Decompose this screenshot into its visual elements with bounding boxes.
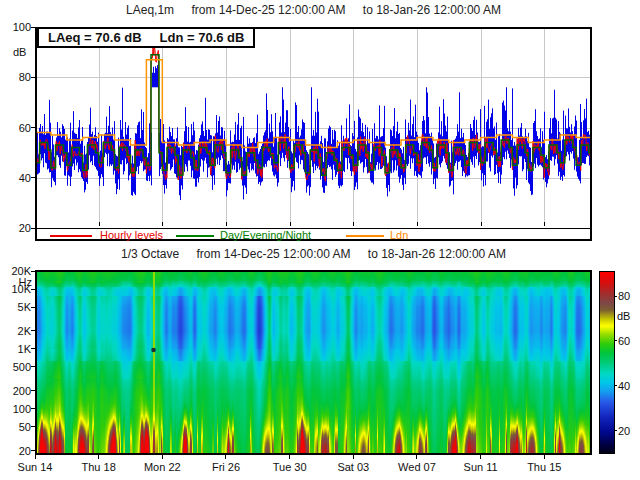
db-tick-label: 20 [0, 222, 31, 234]
db-tick-label: 100 [0, 21, 31, 33]
freq-tick-mark [31, 390, 35, 391]
hourly-chart-from: from 14-Dec-25 12:00:00 AM [191, 3, 345, 17]
spectrogram-canvas[interactable] [37, 272, 590, 453]
freq-tick-label: 50 [0, 421, 31, 433]
freq-tick-label: 100 [0, 403, 31, 415]
db-tick-mark [31, 27, 35, 28]
hourly-chart-title: LAeq,1m from 14-Dec-25 12:00:00 AM to 18… [35, 3, 592, 17]
date-tick-label: Tue 30 [260, 461, 320, 473]
freq-tick-label: 500 [0, 361, 31, 373]
spectrogram-from: from 14-Dec-25 12:00:00 AM [196, 247, 350, 261]
db-tick-mark [31, 77, 35, 78]
freq-tick-mark [31, 366, 35, 367]
db-tick-mark [31, 177, 35, 178]
date-tick-label: Mon 22 [132, 461, 192, 473]
date-tick-mark [35, 455, 36, 459]
level-summary-box[interactable]: LAeq = 70.6 dB Ldn = 70.6 dB [37, 27, 255, 48]
date-tick-mark [480, 455, 481, 459]
colorbar-tick-label: 20 [618, 425, 630, 437]
hourly-chart-legend: Hourly levelsDay/Evening/NightLdn [35, 228, 592, 241]
legend-dash-1 [176, 235, 214, 237]
date-tick-mark [416, 455, 417, 459]
date-tick-mark [162, 455, 163, 459]
freq-tick-mark [31, 330, 35, 331]
db-tick-label: 40 [0, 172, 31, 184]
colorbar-tick-label: 40 [618, 380, 630, 392]
freq-tick-mark [31, 307, 35, 308]
freq-tick-label: 5K [0, 301, 31, 313]
spectrogram-to: to 18-Jan-26 12:00:00 AM [368, 247, 506, 261]
colorbar-tick-mark [614, 340, 617, 341]
freq-tick-label: 10K [0, 283, 31, 295]
db-tick-label: 60 [0, 122, 31, 134]
freq-tick-mark [31, 450, 35, 451]
date-tick-mark [225, 455, 226, 459]
date-tick-label: Thu 15 [514, 461, 574, 473]
db-tick-mark [31, 127, 35, 128]
colorbar-tick-mark [614, 296, 617, 297]
legend-label-0[interactable]: Hourly levels [100, 229, 163, 241]
colorbar-tick-mark [614, 430, 617, 431]
date-tick-label: Wed 07 [387, 461, 447, 473]
spectrogram-measure: 1/3 Octave [121, 247, 179, 261]
db-tick-mark [31, 228, 35, 229]
date-tick-mark [289, 455, 290, 459]
legend-dash-0 [50, 235, 92, 237]
legend-label-1[interactable]: Day/Evening/Night [220, 229, 311, 241]
spectrogram-title: 1/3 Octave from 14-Dec-25 12:00:00 AM to… [35, 247, 592, 261]
hourly-levels-plot-canvas[interactable] [37, 29, 590, 226]
db-axis-label: dB [13, 46, 26, 58]
date-tick-label: Sat 03 [323, 461, 383, 473]
hourly-chart-measure: LAeq,1m [126, 3, 174, 17]
hourly-chart-to: to 18-Jan-26 12:00:00 AM [363, 3, 501, 17]
date-tick-label: Sun 11 [451, 461, 511, 473]
freq-tick-mark [31, 426, 35, 427]
date-tick-mark [353, 455, 354, 459]
date-tick-label: Sun 14 [5, 461, 65, 473]
freq-tick-label: 20K [0, 265, 31, 277]
freq-tick-label: 1K [0, 343, 31, 355]
freq-tick-mark [31, 408, 35, 409]
freq-tick-mark [31, 271, 35, 272]
legend-dash-2 [346, 235, 384, 237]
date-tick-mark [544, 455, 545, 459]
legend-label-2[interactable]: Ldn [390, 229, 408, 241]
freq-tick-mark [31, 348, 35, 349]
freq-tick-label: 2K [0, 325, 31, 337]
spectrogram-plot [35, 270, 592, 455]
ldn-value-label: Ldn = 70.6 dB [160, 30, 245, 45]
freq-tick-label: 200 [0, 385, 31, 397]
colorbar-tick-label: 60 [618, 335, 630, 347]
spectrogram-colorbar [599, 271, 615, 454]
noise-analyzer-screen: LAeq,1m from 14-Dec-25 12:00:00 AM to 18… [0, 0, 640, 480]
date-tick-label: Thu 18 [69, 461, 129, 473]
freq-tick-label: 20 [0, 445, 31, 457]
colorbar-db-label: dB [617, 310, 630, 322]
colorbar-tick-mark [614, 385, 617, 386]
hourly-levels-plot [35, 27, 592, 241]
date-tick-mark [98, 455, 99, 459]
date-tick-label: Fri 26 [196, 461, 256, 473]
db-tick-label: 80 [0, 71, 31, 83]
colorbar-tick-label: 80 [618, 290, 630, 302]
laeq-value-label: LAeq = 70.6 dB [48, 30, 142, 45]
freq-tick-mark [31, 289, 35, 290]
